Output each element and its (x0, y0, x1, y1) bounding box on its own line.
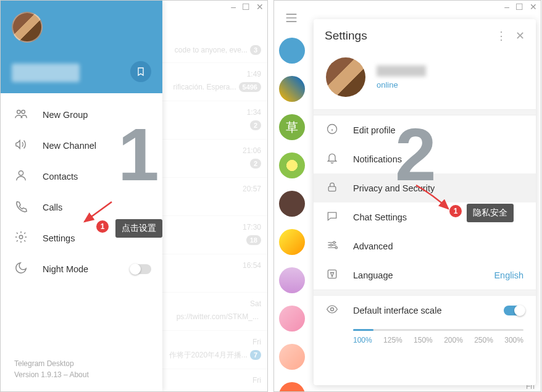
scale-option[interactable]: 250% (474, 336, 493, 344)
settings-header: Settings ⋮ ✕ (314, 19, 536, 52)
row-label: Advanced (353, 241, 523, 251)
lock-icon (326, 181, 340, 195)
settings-edit-profile[interactable]: Edit profile (314, 115, 536, 144)
phone-icon (14, 199, 29, 215)
avatar (326, 57, 365, 97)
drawer-menu: New Group New Channel Contacts Calls Set… (1, 93, 162, 291)
language-value: English (494, 270, 523, 280)
scale-option[interactable]: 125% (383, 336, 402, 344)
window-controls: – ☐ ✕ (504, 2, 537, 12)
svg-point-10 (331, 308, 334, 311)
menu-contacts[interactable]: Contacts (1, 161, 162, 192)
avatar[interactable] (12, 12, 43, 43)
svg-rect-5 (328, 186, 336, 191)
info-icon (326, 123, 340, 137)
scale-option[interactable]: 200% (444, 336, 463, 344)
close-icon[interactable]: ✕ (256, 2, 264, 12)
left-window: – ☐ ✕ code to anyone, eve...3 1:49rifica… (0, 0, 268, 392)
annotation-callout: 点击设置 (115, 219, 162, 238)
maximize-icon[interactable]: ☐ (242, 2, 250, 12)
menu-label: Settings (43, 233, 75, 243)
menu-label: New Channel (43, 141, 96, 151)
svg-point-8 (335, 247, 337, 249)
app-footer: Telegram Desktop Version 1.9.13 – About (14, 358, 89, 380)
more-icon[interactable]: ⋮ (496, 29, 507, 43)
menu-new-channel[interactable]: New Channel (1, 130, 162, 161)
settings-list: Edit profile Notifications Privacy and S… (314, 115, 536, 290)
svg-point-1 (22, 111, 25, 114)
bell-icon (326, 152, 340, 166)
svg-point-7 (330, 244, 332, 246)
settings-notifications[interactable]: Notifications (314, 144, 536, 173)
svg-point-0 (17, 111, 20, 114)
svg-point-2 (19, 171, 23, 175)
main-menu-drawer: New Group New Channel Contacts Calls Set… (1, 1, 162, 391)
annotation-marker: 1 (96, 220, 109, 233)
scale-option[interactable]: 150% (414, 336, 433, 344)
row-label: Notifications (353, 154, 523, 164)
profile-block[interactable]: online (314, 52, 536, 109)
language-icon (326, 268, 340, 282)
settings-advanced[interactable]: Advanced (314, 231, 536, 261)
svg-point-3 (19, 235, 23, 239)
hamburger-icon[interactable] (285, 13, 298, 25)
row-label: Privacy and Security (353, 183, 523, 193)
settings-privacy-security[interactable]: Privacy and Security (314, 173, 536, 202)
group-icon (14, 107, 29, 123)
menu-label: Contacts (43, 172, 78, 181)
scale-slider[interactable] (353, 329, 523, 331)
menu-new-group[interactable]: New Group (1, 99, 162, 130)
window-controls: – ☐ ✕ (231, 2, 264, 12)
row-label: Edit profile (353, 125, 523, 135)
annotation-marker: 1 (449, 205, 462, 217)
eye-icon (326, 303, 340, 318)
menu-night-mode[interactable]: Night Mode (1, 254, 162, 285)
sliders-icon (326, 239, 340, 253)
settings-language[interactable]: Language English (314, 261, 536, 290)
megaphone-icon (14, 138, 29, 154)
maximize-icon[interactable]: ☐ (515, 2, 523, 12)
scale-options: 100% 125% 150% 200% 250% 300% (353, 336, 523, 344)
interface-scale-section: Default interface scale 100% 125% 150% 2… (314, 296, 536, 352)
chat-icon (326, 210, 340, 224)
row-label: Language (353, 270, 494, 280)
annotation-callout: 隐私安全 (467, 204, 514, 222)
night-mode-toggle[interactable] (130, 264, 151, 274)
app-name: Telegram Desktop (14, 358, 89, 369)
drawer-header (1, 1, 162, 93)
scale-label: Default interface scale (353, 306, 523, 315)
username (12, 64, 80, 82)
close-icon[interactable]: ✕ (515, 29, 525, 43)
minimize-icon[interactable]: – (231, 2, 236, 12)
app-version[interactable]: Version 1.9.13 – About (14, 369, 89, 380)
person-icon (14, 169, 29, 185)
online-status: online (377, 80, 426, 90)
settings-panel: Settings ⋮ ✕ online Edit profile Notific… (314, 19, 536, 385)
menu-calls[interactable]: Calls (1, 192, 162, 223)
menu-label: Night Mode (43, 264, 88, 274)
scale-toggle[interactable] (504, 306, 525, 315)
menu-label: New Group (43, 110, 88, 120)
display-name (377, 65, 426, 77)
saved-messages-button[interactable] (130, 61, 151, 82)
minimize-icon[interactable]: – (504, 2, 509, 12)
svg-point-6 (333, 241, 335, 243)
close-icon[interactable]: ✕ (530, 2, 537, 12)
settings-title: Settings (325, 29, 487, 43)
gear-icon (14, 230, 29, 246)
menu-label: Calls (43, 202, 62, 212)
moon-icon (14, 261, 29, 277)
scale-option[interactable]: 300% (504, 336, 523, 344)
scale-option[interactable]: 100% (353, 336, 372, 344)
right-window: – ☐ ✕ 草 Fri3 1:495496 1:342 21:062 20:57… (273, 0, 541, 392)
